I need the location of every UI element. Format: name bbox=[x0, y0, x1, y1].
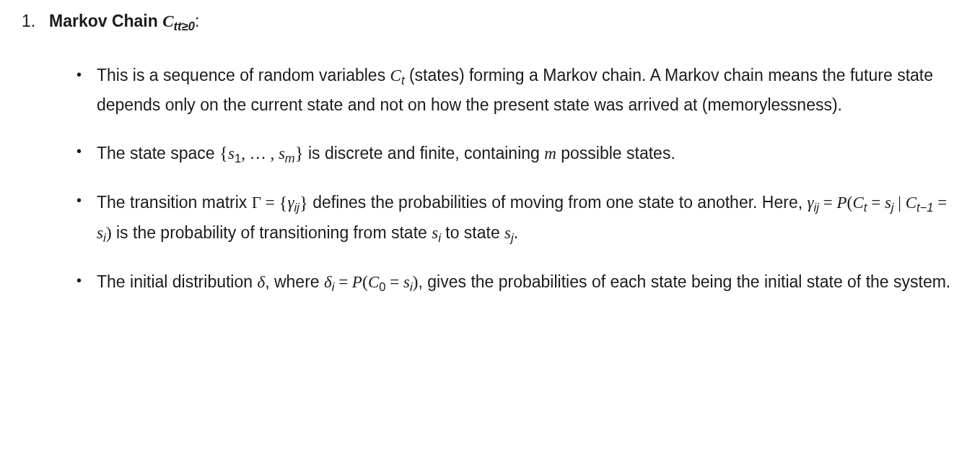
math-deltai: δ bbox=[324, 273, 332, 291]
text: to state bbox=[441, 223, 504, 242]
text: The state space bbox=[97, 144, 219, 162]
open-brace: { bbox=[219, 143, 228, 162]
item-heading: Markov Chain Ctt≥0 bbox=[49, 12, 195, 30]
math-m: m bbox=[544, 144, 556, 162]
math-gammaij2: γ bbox=[808, 194, 814, 212]
open-paren: ( bbox=[362, 272, 368, 291]
eq: = bbox=[385, 273, 403, 291]
heading-math-sub: tt≥0 bbox=[174, 20, 195, 33]
close-paren: ) bbox=[413, 272, 419, 291]
list-item-markov-chain: Markov Chain Ctt≥0: This is a sequence o… bbox=[22, 7, 958, 298]
math-sj: s bbox=[885, 194, 891, 212]
math-sm-sub: m bbox=[285, 151, 295, 165]
math-Gamma: Γ bbox=[252, 194, 261, 212]
text: defines the probabilities of moving from… bbox=[308, 193, 808, 212]
math-Ct: C bbox=[852, 194, 863, 212]
text: The initial distribution bbox=[97, 272, 257, 291]
ordered-list: Markov Chain Ctt≥0: This is a sequence o… bbox=[22, 7, 958, 298]
math-delta: δ bbox=[257, 273, 265, 291]
math-si: s bbox=[97, 224, 103, 242]
eq: = bbox=[867, 194, 884, 212]
text: , where bbox=[265, 272, 324, 291]
bullet-initial-distribution: The initial distribution δ, where δi = P… bbox=[76, 267, 958, 298]
sub-list: This is a sequence of random variables C… bbox=[49, 61, 958, 298]
dots: , … , bbox=[241, 144, 279, 162]
math-Ctm1-sub: t−1 bbox=[916, 201, 933, 214]
math-sj2: s bbox=[504, 224, 511, 242]
math-Ctm1: C bbox=[906, 194, 916, 212]
math-gammaij: γ bbox=[287, 194, 294, 212]
math-gammaij-sub: ij bbox=[294, 201, 299, 214]
text: is the probability of transitioning from… bbox=[112, 223, 432, 242]
text: This is a sequence of random variables bbox=[97, 66, 390, 84]
text: possible states. bbox=[556, 144, 675, 162]
bullet-random-variables: This is a sequence of random variables C… bbox=[76, 61, 958, 119]
eq: = bbox=[334, 273, 351, 291]
math-gammaij2-sub: ij bbox=[814, 201, 819, 214]
bullet-state-space: The state space {s1, … , sm} is discrete… bbox=[76, 138, 958, 169]
math-si2: s bbox=[432, 224, 438, 242]
eq: = bbox=[819, 194, 836, 212]
math-Ct: C bbox=[390, 66, 401, 84]
close-paren: ) bbox=[106, 223, 112, 242]
period: . bbox=[514, 223, 518, 242]
math-s1-sub: 1 bbox=[235, 151, 241, 165]
heading-colon: : bbox=[195, 12, 199, 30]
open-brace: { bbox=[279, 193, 288, 212]
math-s1: s bbox=[228, 144, 235, 162]
heading-text: Markov Chain bbox=[49, 12, 158, 30]
math-sm: s bbox=[279, 144, 285, 162]
cond-bar: | bbox=[894, 194, 906, 212]
text: The transition matrix bbox=[97, 193, 252, 212]
eq: = bbox=[261, 194, 279, 212]
math-P: P bbox=[352, 273, 362, 291]
math-si: s bbox=[403, 273, 410, 291]
heading-math-C: C bbox=[162, 12, 173, 30]
math-C0: C bbox=[368, 273, 379, 291]
text: is discrete and finite, containing bbox=[304, 144, 545, 162]
text: , gives the probabilities of each state … bbox=[419, 272, 951, 291]
bullet-transition-matrix: The transition matrix Γ = {γij} defines … bbox=[76, 187, 958, 248]
close-brace: } bbox=[299, 193, 308, 212]
eq: = bbox=[933, 194, 947, 212]
math-P: P bbox=[836, 194, 846, 212]
close-brace: } bbox=[295, 143, 304, 162]
